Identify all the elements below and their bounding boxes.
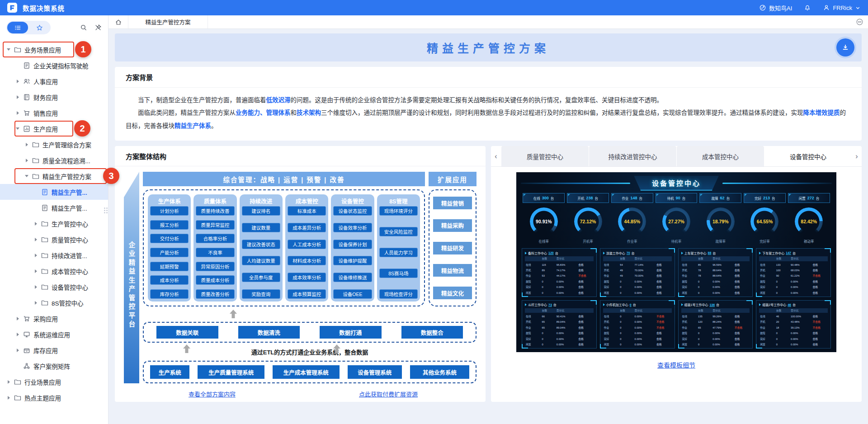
data-layer-button-数据清洗[interactable]: 数据清洗 <box>238 326 300 339</box>
system-button-设备管理系统[interactable]: 设备管理系统 <box>348 365 402 379</box>
caret-down-icon[interactable] <box>24 175 29 177</box>
module-item-button[interactable]: 异常原因分析 <box>196 262 234 271</box>
sidebar-item-业务场景应用[interactable]: 业务场景应用 <box>0 42 108 57</box>
tab-more-button[interactable] <box>856 15 868 28</box>
caret-right-icon[interactable] <box>24 143 29 146</box>
sidebar-item-企业关键指标驾驶舱[interactable]: 企业关键指标驾驶舱 <box>0 57 108 73</box>
module-item-button[interactable]: 不良率 <box>196 248 234 257</box>
sidebar-item-成本管控中心[interactable]: 成本管控中心 <box>0 263 108 279</box>
sidebar-item-设备管控中心[interactable]: 设备管控中心 <box>0 279 108 295</box>
data-layer-button-数据关联[interactable]: 数据关联 <box>156 326 218 339</box>
notifications-button[interactable] <box>804 4 811 11</box>
module-item-button[interactable]: 报工分析 <box>150 220 189 230</box>
module-item-button[interactable]: 设备维修推送 <box>333 273 372 282</box>
caret-right-icon[interactable] <box>24 159 29 162</box>
sidebar-item-精益生产管控方案[interactable]: 精益生产管控方案 <box>0 168 108 184</box>
extension-button-精益营销[interactable]: 精益营销 <box>433 197 472 209</box>
sidebar-item-系统运维应用[interactable]: 系统运维应用 <box>0 326 108 342</box>
module-item-button[interactable]: 成本效率分析 <box>288 273 326 282</box>
module-item-button[interactable]: 设备维护提醒 <box>333 256 372 265</box>
module-item-button[interactable]: 材料成本分析 <box>288 256 326 265</box>
module-item-button[interactable]: 设备效率分析 <box>333 223 372 232</box>
module-item-button[interactable]: 全员参与度 <box>242 273 280 282</box>
user-menu[interactable]: FRRick <box>823 4 861 11</box>
caret-right-icon[interactable] <box>6 380 11 384</box>
caret-right-icon[interactable] <box>33 285 38 289</box>
extension-button-精益物流[interactable]: 精益物流 <box>433 264 472 277</box>
module-item-button[interactable]: 人均建议数量 <box>242 256 280 265</box>
view-template-details-link[interactable]: 查看模板细节 <box>657 360 695 369</box>
system-button-生产系统[interactable]: 生产系统 <box>150 365 189 379</box>
system-button-生产质量管理系统[interactable]: 生产质量管理系统 <box>198 365 264 379</box>
caret-right-icon[interactable] <box>33 238 38 241</box>
sidebar-item-精益生产管[interactable]: 精益生产管... <box>0 200 108 216</box>
caret-right-icon[interactable] <box>15 317 20 320</box>
module-item-button[interactable]: 质量成本分析 <box>196 275 234 285</box>
caret-right-icon[interactable] <box>33 222 38 226</box>
module-item-button[interactable]: 建议排名 <box>242 206 280 216</box>
system-button-生产成本管理系统[interactable]: 生产成本管理系统 <box>273 365 340 379</box>
caret-right-icon[interactable] <box>15 111 20 115</box>
module-item-button[interactable]: 延期预警 <box>150 262 189 271</box>
module-item-button[interactable]: 现场检查评分 <box>379 289 418 299</box>
extension-button-精益采购[interactable]: 精益采购 <box>433 219 472 232</box>
tabs-scroll-left[interactable]: ‹ <box>491 146 501 166</box>
sidebar-item-热点主题应用[interactable]: 热点主题应用 <box>0 390 108 405</box>
sidebar-resize-handle[interactable] <box>104 207 108 213</box>
sidebar-item-生产应用[interactable]: 生产应用 <box>0 121 108 137</box>
favorites-view-button[interactable] <box>29 22 50 33</box>
caret-right-icon[interactable] <box>33 254 38 257</box>
caret-right-icon[interactable] <box>15 95 20 99</box>
module-item-button[interactable]: 建议改善状态 <box>242 240 280 249</box>
extension-button-精益文化[interactable]: 精益文化 <box>433 287 472 299</box>
sidebar-item-持续改进管[interactable]: 持续改进管... <box>0 247 108 263</box>
sidebar-item-质量管控中心[interactable]: 质量管控中心 <box>0 231 108 247</box>
sidebar-item-行业场景应用[interactable]: 行业场景应用 <box>0 374 108 390</box>
module-item-button[interactable]: 合格率分析 <box>196 234 234 243</box>
template-tab-成本管控中心[interactable]: 成本管控中心 <box>676 146 764 166</box>
module-item-button[interactable]: 现场环境评分 <box>379 206 418 216</box>
module-item-button[interactable]: 建议数量 <box>242 223 280 232</box>
module-item-button[interactable]: 成本差异分析 <box>288 223 326 232</box>
caret-right-icon[interactable] <box>33 269 38 273</box>
module-item-button[interactable]: 质量异常监控 <box>196 220 234 230</box>
module-item-button[interactable]: 标准成本 <box>288 206 326 216</box>
sidebar-item-人事应用[interactable]: 人事应用 <box>0 73 108 89</box>
open-document-tab[interactable]: 精益生产管控方案 <box>128 15 208 28</box>
sidebar-item-质量全流程追溯[interactable]: 质量全流程追溯... <box>0 152 108 168</box>
system-button-其他业务系统[interactable]: 其他业务系统 <box>410 365 469 379</box>
module-item-button[interactable]: 质量改善分析 <box>196 289 234 299</box>
sidebar-item-客户案例矩阵[interactable]: 客户案例矩阵 <box>0 358 108 374</box>
sidebar-item-财务应用[interactable]: 财务应用 <box>0 89 108 105</box>
get-paid-extensions-link[interactable]: 点此获取付费扩展资源 <box>359 390 418 398</box>
sidebar-item-采购应用[interactable]: 采购应用 <box>0 311 108 326</box>
module-item-button[interactable]: 设备状态监控 <box>333 206 372 216</box>
caret-down-icon[interactable] <box>6 48 11 51</box>
module-item-button[interactable]: 成本分析 <box>150 275 189 285</box>
ai-assistant-button[interactable]: 数知鸟AI <box>759 4 792 12</box>
module-item-button[interactable]: 产能分析 <box>150 248 189 257</box>
template-tab-持续改进管控中心[interactable]: 持续改进管控中心 <box>589 146 676 166</box>
module-item-button[interactable]: 质量持续改善 <box>196 206 234 216</box>
data-layer-button-数据打通[interactable]: 数据打通 <box>320 326 382 339</box>
sidebar-item-销售应用[interactable]: 销售应用 <box>0 105 108 121</box>
sidebar-item-精益生产管[interactable]: 精益生产管... <box>0 184 108 200</box>
home-tab[interactable] <box>108 15 128 28</box>
caret-right-icon[interactable] <box>33 301 38 305</box>
module-item-button[interactable]: 成本预算监控 <box>288 289 326 299</box>
caret-right-icon[interactable] <box>6 396 11 400</box>
module-item-button[interactable]: 设备OEE <box>333 289 372 299</box>
module-item-button[interactable]: 计划分析 <box>150 206 189 216</box>
template-tab-质量管控中心[interactable]: 质量管控中心 <box>501 146 589 166</box>
extension-button-精益研发[interactable]: 精益研发 <box>433 242 472 254</box>
sidebar-item-生产管理综合方案[interactable]: 生产管理综合方案 <box>0 137 108 152</box>
module-item-button[interactable]: 设备保养计划 <box>333 240 372 249</box>
caret-right-icon[interactable] <box>15 349 20 352</box>
view-full-plan-link[interactable]: 查看全部方案内容 <box>189 390 236 398</box>
caret-down-icon[interactable] <box>15 127 20 130</box>
sidebar-item-生产管控中心[interactable]: 生产管控中心 <box>0 216 108 231</box>
caret-right-icon[interactable] <box>15 80 20 83</box>
directory-view-button[interactable] <box>7 22 28 33</box>
module-item-button[interactable]: 交付分析 <box>150 234 189 243</box>
caret-right-icon[interactable] <box>15 333 20 336</box>
